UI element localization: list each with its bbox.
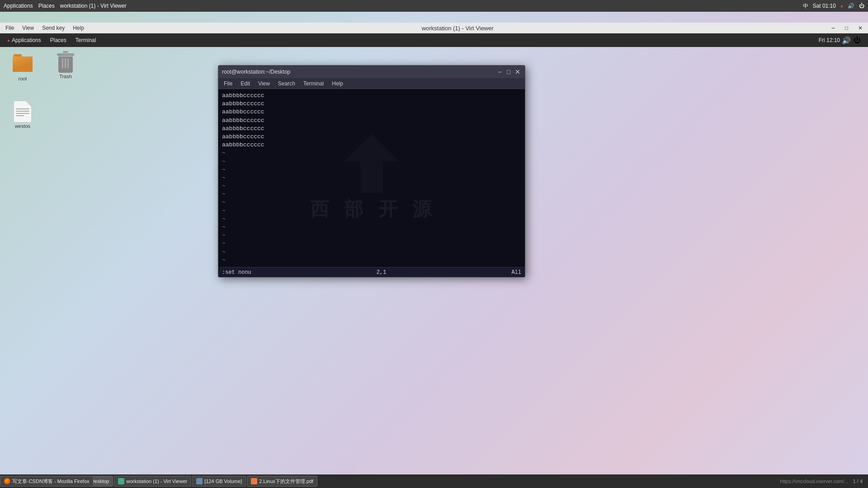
- panel-clock: Fri 12:10: [819, 37, 840, 43]
- terminal-minimize-btn[interactable]: −: [496, 68, 503, 75]
- panel-terminal[interactable]: Terminal: [72, 36, 99, 44]
- terminal-cmd: :set nonu: [222, 269, 251, 276]
- os-places-menu[interactable]: Places: [38, 3, 55, 9]
- terminal-mode: All: [511, 269, 521, 276]
- os-clock: Sat 01:10: [813, 3, 836, 9]
- tilde-2: ~: [222, 158, 521, 166]
- term-menu-search[interactable]: Search: [274, 80, 299, 88]
- virt-viewer-title: workstation (1) - Virt Viewer: [418, 24, 497, 33]
- os-volume-icon: 🔊: [848, 3, 854, 9]
- tilde-7: ~: [222, 198, 521, 206]
- term-menu-terminal[interactable]: Terminal: [300, 80, 327, 88]
- taskbar-counter: 1 / 4: [853, 479, 866, 484]
- tilde-4: ~: [222, 174, 521, 182]
- term-menu-edit[interactable]: Edit: [237, 80, 254, 88]
- tilde-10: ~: [222, 223, 521, 231]
- desktop-icon-trash[interactable]: Trash: [47, 49, 84, 81]
- tilde-11: ~: [222, 231, 521, 239]
- taskbar-item-volume[interactable]: [124 GB Volume]: [192, 476, 246, 487]
- terminal-content[interactable]: 西 部 开 源 aabbbbcccccc aabbbbcccccc aabbbb…: [218, 89, 525, 267]
- panel-places[interactable]: Places: [47, 36, 70, 44]
- os-window-title: workstation (1) - Virt Viewer: [60, 3, 127, 9]
- virt-menu-sendkey[interactable]: Send key: [38, 24, 68, 32]
- virt-maximize-btn[interactable]: □: [841, 24, 852, 32]
- os-power-icon: ⏻: [859, 3, 864, 9]
- tilde-8: ~: [222, 207, 521, 215]
- virt-menu-view[interactable]: View: [19, 24, 38, 32]
- taskbar-item-virt[interactable]: workstation (1) - Virt Viewer: [114, 476, 191, 487]
- virt-viewer-controls: − □ ✕: [828, 23, 866, 33]
- term-line-6: aabbbbcccccc: [222, 133, 521, 141]
- url-bar: https://vnccloud.vserver.com/...: [777, 474, 852, 488]
- tilde-5: ~: [222, 182, 521, 190]
- taskbar-volume-icon: [196, 478, 203, 484]
- taskbar-virt-label: workstation (1) - Virt Viewer: [126, 479, 187, 484]
- virt-viewer-menu-bar: File View Send key Help workstation (1) …: [0, 23, 868, 33]
- os-applications-menu[interactable]: Applications: [4, 3, 33, 9]
- virt-close-btn[interactable]: ✕: [854, 24, 866, 32]
- term-line-5: aabbbbcccccc: [222, 125, 521, 133]
- desktop-panel: ● Applications Places Terminal Fri 12:10…: [0, 33, 868, 47]
- term-menu-view[interactable]: View: [255, 80, 274, 88]
- taskbar-item-pdf[interactable]: 2.Linux下的文件管理.pdf: [247, 476, 317, 487]
- taskbar-firefox-label: 写文章-CSDN博客 - Mozilla Firefox: [12, 478, 90, 485]
- tilde-1: ~: [222, 149, 521, 157]
- taskbar-pdf-icon: [251, 478, 257, 484]
- terminal-maximize-btn[interactable]: □: [505, 68, 512, 75]
- taskbar-virt-icon: [118, 478, 124, 484]
- desktop-icon-root[interactable]: root: [5, 52, 41, 83]
- virt-menu-help[interactable]: Help: [69, 24, 88, 32]
- panel-power-icon: ⏻: [854, 36, 861, 44]
- tilde-14: ~: [222, 256, 521, 264]
- term-line-3: aabbbbcccccc: [222, 108, 521, 116]
- terminal-window-controls: − □ ✕: [496, 68, 521, 75]
- term-line-7: aabbbbcccccc: [222, 141, 521, 149]
- tilde-9: ~: [222, 215, 521, 223]
- taskbar: [Trash] root@workstation:~/Desktop works…: [0, 474, 868, 488]
- taskbar-pdf-label: 2.Linux下的文件管理.pdf: [259, 478, 313, 485]
- panel-applications[interactable]: ● Applications: [4, 36, 45, 44]
- tilde-13: ~: [222, 248, 521, 256]
- os-network-icon: 中: [803, 2, 808, 10]
- terminal-window: root@workstation:~/Desktop − □ ✕ File Ed…: [218, 65, 525, 277]
- taskbar-volume-label: [124 GB Volume]: [204, 479, 242, 484]
- tilde-6: ~: [222, 190, 521, 198]
- tilde-3: ~: [222, 166, 521, 174]
- desktop: root Trash: [0, 47, 868, 474]
- os-top-bar: Applications Places workstation (1) - Vi…: [0, 0, 868, 12]
- term-line-4: aabbbbcccccc: [222, 117, 521, 125]
- virt-menu-file[interactable]: File: [2, 24, 18, 32]
- taskbar-firefox-area: 写文章-CSDN博客 - Mozilla Firefox: [0, 474, 94, 488]
- terminal-pos: 2,1: [377, 269, 387, 276]
- terminal-close-btn[interactable]: ✕: [514, 68, 521, 75]
- tilde-12: ~: [222, 239, 521, 248]
- panel-system-icons: 🔊 ⏻: [842, 36, 861, 45]
- terminal-title: root@workstation:~/Desktop: [222, 69, 290, 75]
- desktop-icon-westos-label: westos: [15, 123, 30, 129]
- term-line-1: aabbbbcccccc: [222, 92, 521, 100]
- panel-volume-icon: 🔊: [842, 36, 851, 45]
- terminal-menu-bar: File Edit View Search Terminal Help: [218, 78, 525, 89]
- term-menu-file[interactable]: File: [220, 80, 236, 88]
- os-indicator: ●: [840, 4, 843, 9]
- virt-minimize-btn[interactable]: −: [828, 23, 839, 33]
- taskbar-firefox-icon: [4, 478, 10, 484]
- tilde-15: ~: [222, 264, 521, 267]
- desktop-icon-root-label: root: [19, 76, 27, 81]
- desktop-icon-westos[interactable]: westos: [5, 99, 41, 131]
- taskbar-item-firefox[interactable]: 写文章-CSDN博客 - Mozilla Firefox: [0, 476, 94, 487]
- term-menu-help[interactable]: Help: [328, 80, 347, 88]
- term-line-2: aabbbbcccccc: [222, 100, 521, 108]
- terminal-statusbar: :set nonu 2,1 All: [218, 267, 525, 277]
- desktop-icon-trash-label: Trash: [59, 74, 72, 79]
- terminal-titlebar: root@workstation:~/Desktop − □ ✕: [218, 66, 525, 78]
